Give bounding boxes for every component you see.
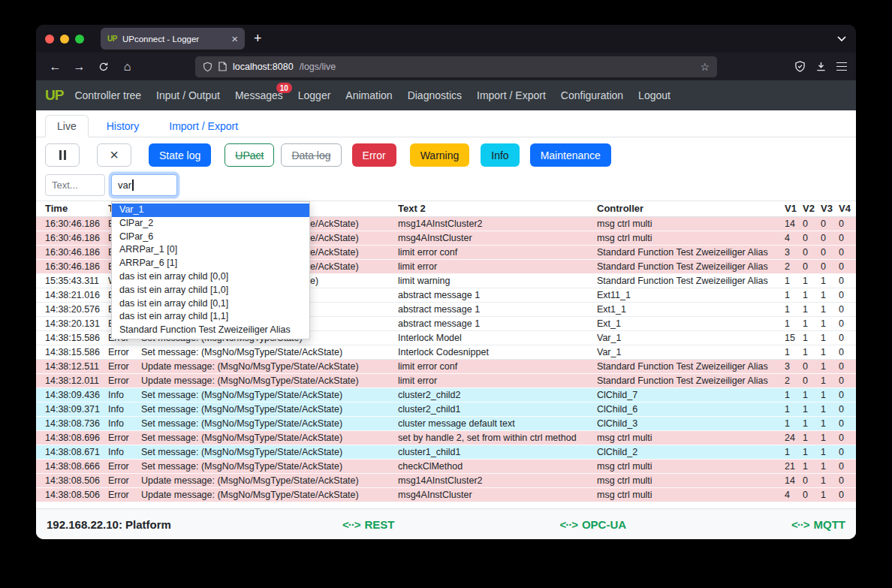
variable-filter-input[interactable]: var (111, 174, 177, 196)
connection-rest[interactable]: <··>REST (342, 518, 395, 531)
window-controls (45, 35, 84, 44)
log-row[interactable]: 14:38:08.506ErrorUpdate message: (MsgNo/… (36, 488, 856, 502)
autocomplete-option[interactable]: ClPar_6 (112, 231, 309, 244)
nav-item-import-export[interactable]: Import / Export (477, 89, 546, 101)
log-row[interactable]: 14:38:09.436InfoSet message: (MsgNo/MsgT… (36, 388, 856, 403)
log-row[interactable]: 14:38:12.511ErrorUpdate message: (MsgNo/… (36, 360, 856, 374)
cell-time: 14:38:09.371 (36, 403, 108, 417)
autocomplete-option[interactable]: Standard Function Test Zweizeiliger Alia… (112, 324, 309, 337)
url-bar[interactable]: localhost:8080 /logs/live ☆ (195, 56, 717, 77)
autocomplete-option[interactable]: ClPar_2 (112, 217, 309, 231)
cell-v4: 0 (839, 246, 856, 260)
warning-filter-button[interactable]: Warning (410, 143, 470, 167)
cell-v4: 0 (839, 317, 856, 331)
log-row[interactable]: 14:38:08.666ErrorSet message: (MsgNo/Msg… (36, 460, 856, 474)
state-log-button[interactable]: State log (149, 143, 211, 167)
cell-v1: 1 (785, 345, 803, 360)
view-tab-history[interactable]: History (95, 115, 152, 137)
log-row[interactable]: 14:38:12.011ErrorUpdate message: (MsgNo/… (36, 374, 856, 388)
cell-text1: Set message: (MsgNo/MsgType/State/AckSta… (141, 417, 398, 431)
cell-v2: 0 (803, 231, 821, 246)
autocomplete-option[interactable]: ARRPar_1 [0] (112, 243, 309, 257)
cell-type: Info (108, 388, 141, 403)
cell-v1: 1 (785, 445, 803, 460)
view-tab-import-export[interactable]: Import / Export (157, 115, 250, 137)
forward-button[interactable]: → (69, 56, 89, 77)
clear-button[interactable]: × (97, 143, 131, 167)
cell-time: 14:38:08.736 (36, 417, 108, 431)
nav-item-messages[interactable]: Messages10 (235, 89, 283, 101)
pause-button[interactable] (45, 143, 80, 167)
page-info-icon[interactable] (218, 62, 227, 71)
info-filter-button[interactable]: Info (481, 143, 519, 167)
cell-type: Error (108, 460, 141, 474)
cell-text2: limit error conf (398, 360, 597, 374)
autocomplete-option[interactable]: das ist ein array child [0,1] (112, 297, 309, 311)
data-log-button[interactable]: Data log (281, 143, 341, 167)
cell-type: Error (108, 374, 141, 388)
window-close-button[interactable] (45, 35, 54, 44)
nav-item-animation[interactable]: Animation (345, 89, 392, 101)
cell-type: Error (108, 474, 141, 488)
browser-tab[interactable]: UP UPconnect - Logger × (101, 28, 245, 50)
log-row[interactable]: 14:38:08.671InfoSet message: (MsgNo/MsgT… (36, 445, 856, 460)
autocomplete-option[interactable]: das ist ein array child [1,0] (112, 284, 309, 297)
upconnect-logo[interactable]: UP (45, 87, 63, 104)
log-row[interactable]: 14:38:08.736InfoSet message: (MsgNo/MsgT… (36, 417, 856, 431)
cell-time: 14:38:21.016 (36, 288, 108, 303)
cell-v3: 0 (821, 231, 839, 246)
connection-opc-ua[interactable]: <··>OPC-UA (559, 518, 626, 531)
cell-v4: 0 (839, 431, 856, 445)
cell-v1: 4 (785, 231, 803, 246)
nav-item-logger[interactable]: Logger (298, 89, 331, 101)
nav-item-input-output[interactable]: Input / Output (156, 89, 220, 101)
autocomplete-option[interactable]: ARRPar_6 [1] (112, 257, 309, 270)
nav-item-configuration[interactable]: Configuration (561, 89, 623, 101)
window-zoom-button[interactable] (75, 35, 84, 44)
connection-arrows-icon: <··> (559, 518, 577, 531)
view-tab-live[interactable]: Live (45, 115, 89, 137)
nav-item-diagnostics[interactable]: Diagnostics (408, 89, 462, 101)
tab-list-chevron-icon[interactable] (836, 35, 847, 42)
view-tabs: LiveHistoryImport / Export (36, 110, 856, 137)
cell-time: 14:38:12.511 (36, 360, 108, 374)
cell-text2: msg4AInstCluster (398, 231, 597, 246)
new-tab-button[interactable]: + (254, 31, 262, 47)
window-minimize-button[interactable] (60, 35, 69, 44)
home-button[interactable]: ⌂ (117, 56, 137, 77)
upconnect-favicon-icon: UP (107, 35, 117, 43)
autocomplete-option[interactable]: das ist ein array child [0,0] (112, 270, 309, 284)
connection-mqtt[interactable]: <··>MQTT (791, 518, 845, 531)
nav-item-logout[interactable]: Logout (638, 89, 671, 101)
cell-v1: 2 (785, 374, 803, 388)
autocomplete-option[interactable]: Var_1 (112, 204, 309, 217)
tab-close-icon[interactable]: × (231, 33, 238, 44)
text-caret (132, 179, 134, 191)
nav-item-controller-tree[interactable]: Controller tree (74, 89, 141, 101)
log-row[interactable]: 14:38:15.586ErrorSet message: (MsgNo/Msg… (36, 345, 856, 360)
cell-text2: cluster2_child1 (398, 403, 597, 417)
log-row[interactable]: 14:38:09.371InfoSet message: (MsgNo/MsgT… (36, 403, 856, 417)
cell-v3: 1 (821, 331, 839, 345)
extension-shield-icon[interactable] (794, 61, 806, 72)
menu-icon[interactable] (836, 62, 847, 71)
log-row[interactable]: 14:38:08.506ErrorUpdate message: (MsgNo/… (36, 474, 856, 488)
text-filter-input[interactable] (45, 174, 105, 196)
back-button[interactable]: ← (45, 56, 65, 77)
reload-button[interactable] (93, 56, 113, 77)
error-filter-button[interactable]: Error (352, 143, 396, 167)
autocomplete-dropdown: Var_1ClPar_2ClPar_6ARRPar_1 [0]ARRPar_6 … (111, 201, 310, 339)
cell-time: 14:38:08.696 (36, 431, 108, 445)
downloads-icon[interactable] (815, 61, 827, 72)
maintenance-filter-button[interactable]: Maintenance (530, 143, 611, 167)
log-row[interactable]: 14:38:08.696ErrorSet message: (MsgNo/Msg… (36, 431, 856, 445)
cell-v4: 0 (839, 288, 856, 303)
cell-v1: 1 (785, 303, 803, 317)
bookmark-star-icon[interactable]: ☆ (700, 61, 710, 73)
cell-text2: Interlock Codesnippet (398, 345, 597, 360)
cell-v4: 0 (839, 345, 856, 360)
tracking-shield-icon[interactable] (203, 62, 212, 72)
cell-controller: ClChild_2 (597, 445, 785, 460)
upact-button[interactable]: UPact (225, 143, 274, 167)
autocomplete-option[interactable]: das ist ein array child [1,1] (112, 310, 309, 324)
